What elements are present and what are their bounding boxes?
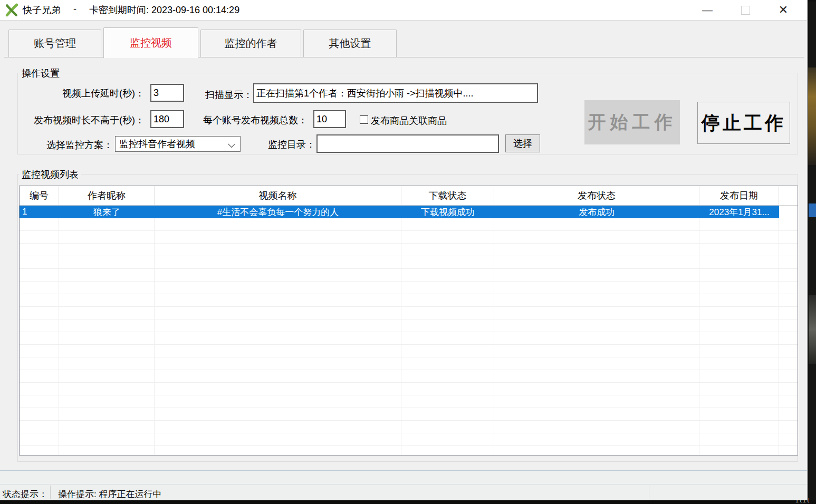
maximize-icon [741, 6, 750, 15]
status-panel-separator [649, 486, 649, 499]
choose-dir-button[interactable]: 选择 [505, 134, 540, 152]
tab-label: 其他设置 [329, 36, 371, 51]
table-cell: 1 [20, 206, 59, 218]
close-button[interactable]: ✕ [771, 0, 795, 20]
statusbar-divider [0, 484, 807, 484]
choose-dir-button-label: 选择 [513, 137, 532, 150]
table-row[interactable]: 1狼来了#生活不会辜负每一个努力的人下载视频成功发布成功2023年1月31... [20, 206, 779, 218]
monitor-dir-label: 监控目录： [268, 138, 315, 151]
settings-group-title: 操作设置 [19, 67, 62, 80]
monitor-plan-value: 监控抖音作者视频 [119, 138, 195, 150]
per-account-total-label: 每个账号发布视频总数： [203, 114, 308, 127]
upload-delay-input[interactable] [150, 84, 184, 102]
table-cell: 狼来了 [59, 206, 155, 218]
tab-monitored-authors[interactable]: 监控的作者 [200, 30, 301, 57]
column-header-2[interactable]: 作者昵称 [59, 186, 155, 205]
column-header-3[interactable]: 视频名称 [155, 186, 401, 205]
video-list-group-title: 监控视频列表 [19, 168, 81, 181]
tab-account-management[interactable]: 账号管理 [8, 30, 101, 57]
wallpaper-texture [809, 295, 816, 364]
table-cell: #生活不会辜负每一个努力的人 [155, 206, 401, 218]
desktop-wallpaper [0, 500, 816, 504]
status-panel-separator [50, 486, 51, 499]
tab-label: 账号管理 [34, 36, 76, 51]
tab-monitor-video[interactable]: 监控视频 [103, 27, 198, 58]
max-duration-input[interactable] [150, 110, 184, 128]
maximize-button[interactable] [733, 0, 757, 20]
start-work-button[interactable]: 开始工作 [584, 100, 680, 144]
window-controls: — ✕ [695, 0, 795, 20]
title-separator: - [73, 4, 76, 16]
minimize-button[interactable]: — [695, 0, 719, 20]
stop-work-button[interactable]: 停止工作 [697, 102, 790, 144]
wallpaper-texture [808, 67, 816, 165]
table-cell: 下载视频成功 [401, 206, 494, 218]
grid-rows [20, 218, 798, 455]
window-title: 快子兄弟 - 卡密到期时间: 2023-09-16 00:14:29 [23, 4, 239, 16]
monitor-dir-input[interactable] [316, 134, 499, 153]
table-header: 编号作者昵称视频名称下载状态发布状态发布日期 [20, 186, 798, 206]
status-hint-label: 状态提示： [3, 488, 47, 500]
close-icon: ✕ [779, 3, 788, 17]
title-bar: 快子兄弟 - 卡密到期时间: 2023-09-16 00:14:29 — ✕ [0, 0, 807, 21]
minimize-icon: — [702, 7, 713, 13]
video-table[interactable]: 编号作者昵称视频名称下载状态发布状态发布日期 1狼来了#生活不会辜负每一个努力的… [19, 186, 798, 455]
column-header-1[interactable]: 编号 [20, 186, 59, 205]
column-header-filler [779, 186, 798, 205]
max-duration-label: 发布视频时长不高于(秒)： [16, 114, 145, 127]
monitor-plan-label: 选择监控方案： [32, 139, 113, 151]
upload-delay-label: 视频上传延时(秒)： [32, 87, 145, 100]
app-name: 快子兄弟 [23, 4, 61, 16]
publish-product-checkbox-label: 发布商品关联商品 [371, 114, 447, 127]
column-header-5[interactable]: 发布状态 [494, 186, 699, 205]
column-header-4[interactable]: 下载状态 [401, 186, 494, 205]
tab-label: 监控的作者 [225, 36, 277, 51]
tab-label: 监控视频 [130, 36, 172, 50]
license-expiry: 卡密到期时间: 2023-09-16 00:14:29 [89, 4, 239, 16]
publish-product-checkbox[interactable] [360, 115, 368, 124]
scan-display-label: 扫描显示： [205, 89, 253, 101]
wallpaper-texture [809, 203, 816, 217]
status-message: 操作提示: 程序正在运行中 [58, 488, 161, 500]
column-header-6[interactable]: 发布日期 [699, 186, 779, 205]
monitor-plan-select[interactable]: 监控抖音作者视频 [115, 136, 241, 152]
app-logo-icon [5, 3, 18, 17]
start-work-button-label: 开始工作 [588, 110, 677, 134]
table-cell: 发布成功 [494, 206, 699, 218]
chevron-down-icon [228, 140, 235, 148]
screen: ılıl 快子兄弟 - 卡密到期时间: 2023-09-16 00:14:29 … [0, 0, 816, 504]
table-cell: 2023年1月31... [699, 206, 779, 218]
tab-other-settings[interactable]: 其他设置 [303, 30, 397, 57]
app-window: 快子兄弟 - 卡密到期时间: 2023-09-16 00:14:29 — ✕ 账… [0, 0, 808, 500]
scan-display-input[interactable] [253, 83, 538, 103]
per-account-total-input[interactable] [313, 110, 346, 128]
stop-work-button-label: 停止工作 [702, 111, 786, 135]
